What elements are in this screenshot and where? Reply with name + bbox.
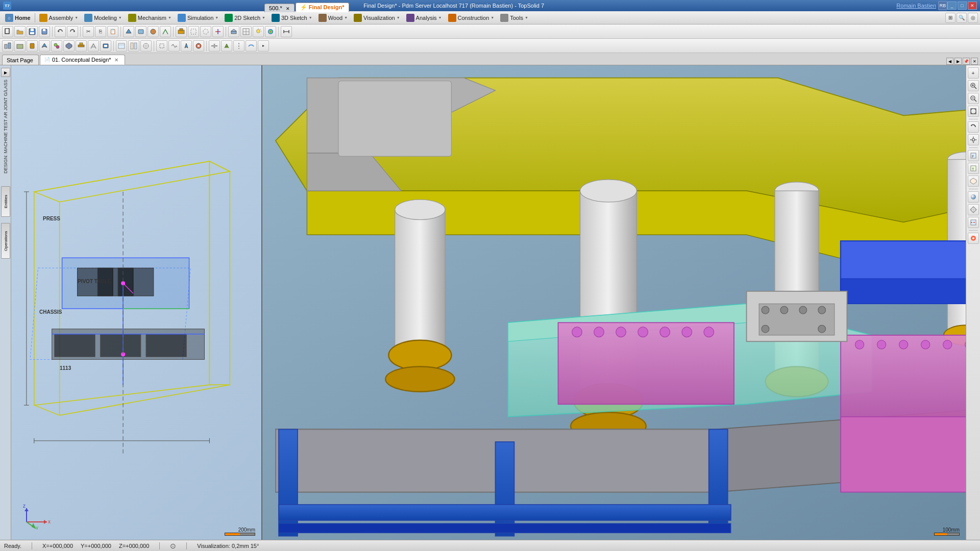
rt-btn-zoom-in[interactable] bbox=[968, 80, 979, 91]
tb1-constraint[interactable] bbox=[212, 26, 224, 37]
left-viewport[interactable]: PRESS PIVOT TABLE CHASSIS 1113 x z y bbox=[11, 65, 262, 540]
toolbar-right-btn2[interactable]: 🔍 bbox=[957, 13, 967, 23]
rt-btn-view-top[interactable]: T bbox=[968, 163, 979, 174]
tb2-13[interactable] bbox=[156, 40, 167, 52]
tab-start-page[interactable]: Start Page bbox=[2, 55, 39, 65]
tb2-14[interactable] bbox=[168, 40, 180, 52]
right-viewport[interactable]: x y z 100mm bbox=[262, 65, 966, 540]
rt-btn-wireframe[interactable] bbox=[968, 204, 979, 215]
tab-500[interactable]: 500.* ✕ bbox=[264, 4, 295, 12]
tab-conceptual-close[interactable]: ✕ bbox=[113, 57, 119, 63]
user-initials[interactable]: RB bbox=[938, 1, 947, 10]
rt-btn-zoom-out[interactable] bbox=[968, 93, 979, 104]
tab-close-all[interactable]: ✕ bbox=[971, 58, 978, 65]
rt-btn-rotate[interactable] bbox=[968, 121, 979, 133]
panel-btn-tree[interactable]: ▶ bbox=[1, 68, 10, 77]
panel-btn-entities[interactable]: Entities bbox=[1, 186, 10, 217]
rt-btn-color-picker[interactable] bbox=[968, 233, 979, 244]
menu-assembly[interactable]: Assembly ▼ bbox=[36, 12, 82, 23]
tab-pin[interactable]: 📌 bbox=[963, 58, 970, 65]
menu-mechanism[interactable]: Mechanism ▼ bbox=[125, 12, 175, 23]
close-button[interactable]: ✕ bbox=[968, 2, 977, 10]
rt-btn-pan[interactable] bbox=[968, 134, 979, 145]
tab-scroll-left[interactable]: ◀ bbox=[946, 58, 953, 65]
tb1-save[interactable] bbox=[27, 26, 38, 37]
tb1-measure[interactable] bbox=[281, 26, 292, 37]
menu-3dsketch[interactable]: 3D Sketch ▼ bbox=[268, 12, 315, 23]
svg-rect-44 bbox=[160, 44, 164, 48]
maximize-button[interactable]: □ bbox=[958, 2, 967, 10]
tb2-16[interactable] bbox=[193, 40, 204, 52]
tb1-3d1[interactable] bbox=[123, 26, 134, 37]
rt-btn-view-front[interactable]: F bbox=[968, 150, 979, 161]
tb1-view1[interactable] bbox=[228, 26, 239, 37]
menu-2dsketch[interactable]: 2D Sketch ▼ bbox=[222, 12, 268, 23]
rt-btn-fit[interactable] bbox=[968, 106, 979, 117]
tb1-view2[interactable] bbox=[240, 26, 252, 37]
tb1-cut[interactable]: ✂ bbox=[83, 26, 94, 37]
menu-modeling-label: Modeling bbox=[94, 15, 117, 21]
tb1-light[interactable] bbox=[253, 26, 264, 37]
tb1-part1[interactable] bbox=[176, 26, 187, 37]
split-container: PRESS PIVOT TABLE CHASSIS 1113 x z y bbox=[11, 65, 966, 540]
rt-sep4 bbox=[969, 230, 978, 231]
tb2-18[interactable] bbox=[221, 40, 232, 52]
tab-scroll-right[interactable]: ▶ bbox=[954, 58, 962, 65]
rt-btn-shading[interactable] bbox=[968, 191, 979, 203]
tb1-open[interactable] bbox=[14, 26, 26, 37]
tb2-12[interactable] bbox=[140, 40, 152, 52]
menu-modeling[interactable]: Modeling ▼ bbox=[81, 12, 125, 23]
status-coords: X=+000,000 Y=+000,000 Z=+000,000 bbox=[42, 543, 149, 549]
rt-btn-view-iso[interactable] bbox=[968, 176, 979, 187]
tb2-6[interactable] bbox=[63, 40, 75, 52]
menu-tools-label: Tools bbox=[510, 15, 523, 21]
tb1-3d2[interactable] bbox=[135, 26, 146, 37]
menu-analysis[interactable]: Analysis ▼ bbox=[403, 12, 445, 23]
tb2-3[interactable] bbox=[27, 40, 38, 52]
rt-btn-section[interactable] bbox=[968, 217, 979, 228]
panel-btn-operations[interactable]: Operations bbox=[1, 223, 10, 259]
tab-conceptual-design[interactable]: 📄 01. Conceptual Design* ✕ bbox=[40, 55, 125, 65]
menu-tools[interactable]: Tools ▼ bbox=[497, 12, 531, 23]
menu-construction[interactable]: Construction ▼ bbox=[445, 12, 498, 23]
tb1-part3[interactable] bbox=[200, 26, 211, 37]
tb1-save-all[interactable] bbox=[39, 26, 50, 37]
tb1-redo[interactable] bbox=[67, 26, 78, 37]
status-div1 bbox=[32, 542, 32, 549]
tb2-19[interactable] bbox=[233, 40, 244, 52]
window-controls[interactable]: _ □ ✕ bbox=[947, 2, 977, 10]
tb2-15[interactable] bbox=[181, 40, 192, 52]
tb1-3d3[interactable] bbox=[148, 26, 159, 37]
tb1-paste[interactable]: 📋 bbox=[107, 26, 118, 37]
tb2-8[interactable] bbox=[88, 40, 99, 52]
tb2-4[interactable] bbox=[39, 40, 50, 52]
svg-rect-140 bbox=[841, 417, 966, 492]
tb1-part2[interactable] bbox=[188, 26, 199, 37]
tb2-20[interactable] bbox=[246, 40, 257, 52]
tb1-3d4[interactable] bbox=[160, 26, 171, 37]
toolbar-right-btn1[interactable]: ⊞ bbox=[945, 13, 955, 23]
menu-visualization[interactable]: Visualization ▼ bbox=[351, 12, 403, 23]
tb2-more[interactable]: ▸ bbox=[258, 40, 269, 52]
minimize-button[interactable]: _ bbox=[947, 2, 957, 10]
svg-point-171 bbox=[972, 139, 974, 141]
tb2-10[interactable] bbox=[116, 40, 127, 52]
tab-final-design[interactable]: ⚡ Final Design* bbox=[296, 3, 349, 12]
menu-wood[interactable]: Wood ▼ bbox=[315, 12, 351, 23]
menu-simulation[interactable]: Simulation ▼ bbox=[175, 12, 222, 23]
tab-500-close[interactable]: ✕ bbox=[286, 6, 290, 11]
tb2-11[interactable] bbox=[128, 40, 139, 52]
menu-home[interactable]: ⌂ Home bbox=[2, 12, 34, 23]
rt-btn-plus[interactable]: + bbox=[968, 67, 979, 79]
tb2-7[interactable] bbox=[76, 40, 87, 52]
tb2-1[interactable] bbox=[2, 40, 13, 52]
tb2-17[interactable] bbox=[209, 40, 220, 52]
tb1-new[interactable] bbox=[2, 26, 13, 37]
tb1-color[interactable] bbox=[265, 26, 276, 37]
tb2-5[interactable] bbox=[51, 40, 62, 52]
tb2-9[interactable] bbox=[100, 40, 111, 52]
tb1-undo[interactable] bbox=[55, 26, 66, 37]
tb2-2[interactable] bbox=[14, 40, 26, 52]
toolbar-right-btn3[interactable]: ◎ bbox=[968, 13, 978, 23]
tb1-copy[interactable]: ⎘ bbox=[95, 26, 106, 37]
